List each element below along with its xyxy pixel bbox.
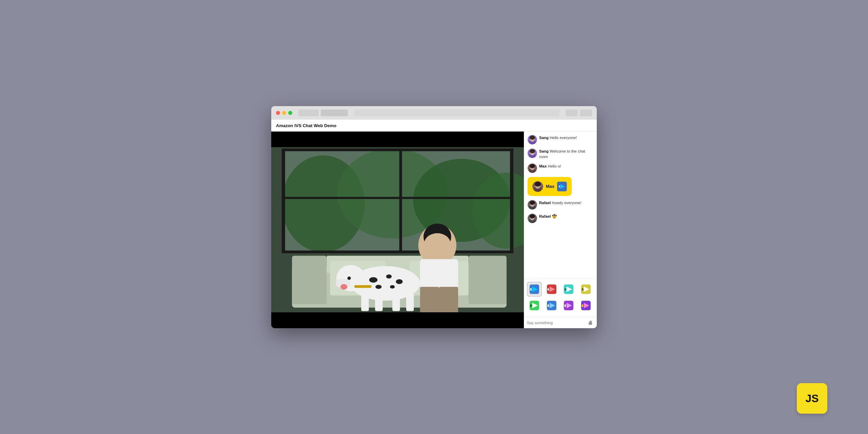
sticker-message-container: Max	[528, 177, 593, 196]
message-content: Rafael howdy everyone!	[539, 200, 593, 205]
message-username: Rafael	[539, 214, 552, 218]
sticker-blue2[interactable]	[544, 298, 559, 313]
close-button[interactable]	[276, 111, 280, 115]
video-placeholder	[271, 132, 524, 328]
avatar-sang-1	[528, 135, 537, 144]
sticker-icon-yellow	[580, 284, 591, 295]
sticker-username: Max	[546, 184, 554, 189]
sticker-green[interactable]	[527, 298, 542, 313]
avatar-max-1	[528, 163, 537, 173]
message-username: Sang	[539, 149, 550, 153]
svg-rect-79	[582, 288, 583, 291]
svg-point-21	[424, 233, 451, 254]
svg-rect-9	[282, 251, 514, 253]
chat-message: Rafael howdy everyone!	[528, 200, 593, 210]
message-content: Rafael 🤠	[539, 214, 593, 219]
traffic-lights	[276, 111, 292, 115]
sticker-multi[interactable]	[578, 298, 593, 313]
sticker-blue[interactable]	[527, 282, 542, 297]
svg-point-28	[375, 285, 381, 289]
svg-rect-73	[548, 288, 549, 291]
svg-rect-37	[375, 294, 382, 311]
svg-rect-88	[565, 304, 566, 307]
message-text: howdy everyone!	[552, 201, 581, 205]
svg-point-63	[530, 201, 535, 205]
svg-rect-11	[282, 197, 514, 199]
address-bar[interactable]	[354, 110, 559, 116]
message-text: Hello o/	[548, 164, 561, 168]
minimize-button[interactable]	[282, 111, 286, 115]
svg-rect-13	[292, 256, 327, 304]
svg-point-48	[530, 149, 535, 153]
svg-rect-22	[420, 287, 439, 312]
message-content: Sang Welcome to the chat room	[539, 149, 593, 159]
svg-rect-23	[439, 287, 458, 312]
avatar-rafael-2	[528, 214, 537, 223]
sticker-icon-blue	[529, 284, 540, 295]
chat-panel: Sang Hello everyone! Sang	[524, 132, 597, 328]
chat-message: Sang Welcome to the chat room	[528, 149, 593, 159]
sticker-message: Max	[528, 177, 572, 196]
svg-rect-40	[354, 285, 372, 288]
scene-svg	[271, 147, 524, 312]
app-body: Sang Hello everyone! Sang	[271, 132, 597, 328]
svg-point-34	[340, 284, 347, 290]
browser-tab-inactive[interactable]	[298, 110, 319, 116]
svg-rect-6	[282, 149, 285, 252]
sticker-purple[interactable]	[561, 298, 576, 313]
svg-rect-70	[530, 288, 532, 291]
svg-rect-39	[406, 294, 414, 311]
chat-message: Sang Hello everyone!	[528, 135, 593, 144]
svg-point-25	[369, 277, 377, 282]
sticker-icon-cyan	[563, 284, 574, 295]
browser-controls	[566, 110, 592, 116]
svg-rect-59	[559, 185, 560, 188]
send-icon[interactable]	[587, 319, 594, 326]
message-text: 🤠	[552, 214, 557, 218]
browser-content: Amazon IVS Chat Web Demo	[271, 120, 597, 328]
svg-point-67	[530, 214, 535, 218]
svg-point-35	[348, 276, 351, 280]
fullscreen-button[interactable]	[288, 111, 292, 115]
svg-rect-76	[565, 288, 566, 291]
message-username: Max	[539, 164, 548, 168]
svg-rect-8	[282, 149, 514, 151]
sticker-icon-purple	[563, 300, 574, 311]
chat-input[interactable]	[527, 321, 585, 325]
sticker-cyan[interactable]	[561, 282, 576, 297]
browser-control-2[interactable]	[580, 110, 592, 116]
svg-rect-91	[582, 304, 583, 307]
sticker-red[interactable]	[544, 282, 559, 297]
svg-point-29	[390, 285, 395, 289]
sticker-yellow[interactable]	[578, 282, 593, 297]
browser-titlebar	[271, 106, 597, 120]
svg-rect-14	[469, 256, 507, 304]
chat-message: Max Hello o/	[528, 163, 593, 173]
svg-rect-82	[530, 304, 532, 307]
video-area	[271, 132, 524, 328]
message-username: Sang	[539, 136, 550, 140]
video-scene	[271, 147, 524, 312]
message-text: Hello everyone!	[550, 136, 577, 140]
message-username: Rafael	[539, 201, 552, 205]
avatar-rafael-1	[528, 200, 537, 210]
browser-control-1[interactable]	[566, 110, 578, 116]
app-title: Amazon IVS Chat Web Demo	[276, 123, 336, 128]
svg-point-56	[535, 182, 541, 186]
browser-tab-active[interactable]	[321, 110, 348, 116]
svg-point-32	[350, 267, 358, 279]
message-content: Max Hello o/	[539, 163, 593, 169]
svg-rect-7	[510, 149, 513, 252]
chat-message: Rafael 🤠	[528, 214, 593, 223]
send-icon-svg	[588, 320, 593, 326]
browser-tab-bar	[298, 110, 348, 116]
svg-rect-85	[548, 304, 549, 307]
svg-rect-93	[590, 321, 592, 323]
js-badge-label: JS	[805, 392, 818, 405]
chat-messages: Sang Hello everyone! Sang	[524, 132, 597, 279]
sticker-picker	[524, 279, 597, 317]
app-header: Amazon IVS Chat Web Demo	[271, 120, 597, 132]
sticker-grid	[527, 282, 594, 313]
browser-window: Amazon IVS Chat Web Demo	[271, 106, 597, 328]
avatar-sang-2	[528, 149, 537, 158]
